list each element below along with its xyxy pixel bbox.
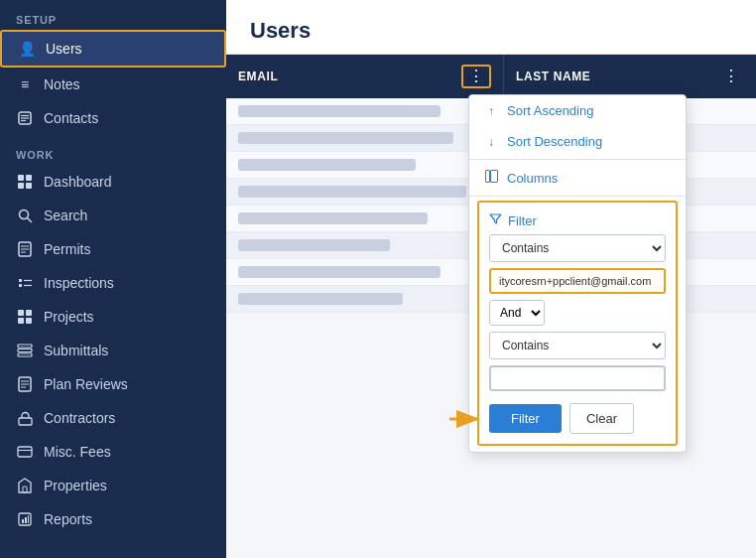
sidebar-item-submittals[interactable]: Submittals bbox=[0, 334, 226, 367]
svg-rect-21 bbox=[26, 318, 32, 324]
filter-label: Filter bbox=[508, 213, 537, 228]
email-cell bbox=[226, 206, 504, 231]
users-table-area: EMAIL ⋮ LAST NAME ⋮ bbox=[226, 55, 756, 558]
email-column-menu-button[interactable]: ⋮ bbox=[461, 65, 491, 88]
contractors-icon bbox=[16, 409, 34, 427]
table-header: EMAIL ⋮ LAST NAME ⋮ bbox=[226, 55, 756, 98]
email-column-header: EMAIL ⋮ bbox=[226, 55, 504, 98]
sidebar-item-contractors[interactable]: Contractors bbox=[0, 401, 226, 435]
contacts-icon bbox=[16, 109, 34, 127]
columns-label: Columns bbox=[507, 171, 558, 186]
svg-rect-19 bbox=[26, 310, 32, 316]
sidebar-label-contacts: Contacts bbox=[44, 110, 98, 126]
email-cell bbox=[226, 152, 504, 178]
sidebar-label-contractors: Contractors bbox=[44, 410, 115, 426]
sidebar-item-users[interactable]: 👤 Users bbox=[0, 30, 226, 68]
sidebar: SETUP 👤 Users ≡ Notes Contacts WORK Dash… bbox=[0, 0, 226, 558]
sort-desc-label: Sort Descending bbox=[507, 134, 602, 149]
filter-action-buttons: Filter Clear bbox=[489, 403, 666, 434]
filter-icon bbox=[489, 212, 502, 228]
sidebar-item-misc-fees[interactable]: Misc. Fees bbox=[0, 435, 226, 469]
inspections-icon bbox=[16, 274, 34, 292]
svg-rect-4 bbox=[18, 175, 24, 181]
svg-rect-14 bbox=[19, 279, 22, 282]
sidebar-label-properties: Properties bbox=[44, 478, 107, 493]
permits-icon bbox=[16, 240, 34, 258]
lastname-column-header: LAST NAME ⋮ bbox=[504, 55, 756, 98]
column-dropdown-menu: ↑ Sort Ascending ↓ Sort Descending Colum… bbox=[468, 94, 687, 453]
search-icon bbox=[16, 207, 34, 224]
sort-descending-item[interactable]: ↓ Sort Descending bbox=[469, 126, 686, 157]
sort-ascending-item[interactable]: ↑ Sort Ascending bbox=[469, 95, 686, 126]
sidebar-label-reports: Reports bbox=[44, 511, 92, 527]
svg-rect-7 bbox=[26, 183, 32, 189]
sidebar-item-permits[interactable]: Permits bbox=[0, 232, 226, 266]
svg-rect-18 bbox=[18, 310, 24, 316]
filter-section: Filter Contains And Contains bbox=[477, 201, 678, 446]
email-cell bbox=[226, 286, 504, 312]
dropdown-divider bbox=[469, 159, 686, 160]
sidebar-item-reports[interactable]: Reports bbox=[0, 502, 226, 536]
dashboard-icon bbox=[16, 173, 34, 191]
projects-icon bbox=[16, 308, 34, 326]
columns-icon bbox=[483, 170, 499, 186]
sidebar-label-projects: Projects bbox=[44, 309, 94, 325]
sidebar-item-plan-reviews[interactable]: Plan Reviews bbox=[0, 367, 226, 401]
sidebar-label-inspections: Inspections bbox=[44, 275, 114, 291]
sidebar-label-notes: Notes bbox=[44, 76, 80, 92]
page-title: Users bbox=[250, 18, 732, 44]
main-content: Users EMAIL ⋮ LAST NAME ⋮ bbox=[226, 0, 756, 558]
svg-line-9 bbox=[27, 217, 31, 221]
plan-reviews-icon bbox=[16, 375, 34, 393]
sidebar-label-plan-reviews: Plan Reviews bbox=[44, 376, 128, 392]
misc-fees-icon bbox=[16, 443, 34, 461]
svg-rect-23 bbox=[18, 349, 32, 352]
clear-button[interactable]: Clear bbox=[569, 403, 634, 434]
svg-rect-34 bbox=[485, 171, 489, 183]
email-cell bbox=[226, 259, 504, 285]
svg-rect-22 bbox=[18, 345, 32, 348]
sidebar-item-contacts[interactable]: Contacts bbox=[0, 101, 226, 135]
lastname-column-menu-button[interactable]: ⋮ bbox=[718, 67, 744, 86]
notes-icon: ≡ bbox=[16, 75, 34, 93]
sidebar-item-notes[interactable]: ≡ Notes bbox=[0, 68, 226, 101]
filter-contains-select-1[interactable]: Contains bbox=[489, 234, 666, 262]
sidebar-label-misc-fees: Misc. Fees bbox=[44, 444, 111, 460]
lastname-col-label: LAST NAME bbox=[516, 70, 590, 83]
filter-contains-select-2[interactable]: Contains bbox=[489, 332, 666, 359]
sidebar-label-permits: Permits bbox=[44, 241, 90, 257]
svg-rect-20 bbox=[18, 318, 24, 324]
sidebar-label-submittals: Submittals bbox=[44, 343, 108, 358]
svg-rect-30 bbox=[18, 447, 32, 457]
filter-second-input[interactable] bbox=[489, 365, 666, 391]
properties-icon bbox=[16, 477, 34, 494]
user-icon: 👤 bbox=[18, 40, 36, 58]
submittals-icon bbox=[16, 342, 34, 359]
filter-button[interactable]: Filter bbox=[489, 404, 562, 433]
email-cell bbox=[226, 125, 504, 151]
svg-rect-6 bbox=[18, 183, 24, 189]
sidebar-item-inspections[interactable]: Inspections bbox=[0, 266, 226, 300]
reports-icon bbox=[16, 510, 34, 528]
svg-rect-35 bbox=[490, 171, 497, 183]
email-cell bbox=[226, 179, 504, 205]
sidebar-item-dashboard[interactable]: Dashboard bbox=[0, 165, 226, 199]
svg-rect-5 bbox=[26, 175, 32, 181]
svg-rect-15 bbox=[19, 284, 22, 287]
svg-rect-29 bbox=[19, 418, 32, 425]
filter-email-input[interactable] bbox=[489, 268, 666, 294]
columns-item[interactable]: Columns bbox=[469, 162, 686, 194]
filter-and-select[interactable]: And bbox=[489, 300, 545, 326]
sidebar-label-users: Users bbox=[46, 41, 82, 57]
sidebar-item-properties[interactable]: Properties bbox=[0, 469, 226, 502]
sidebar-item-projects[interactable]: Projects bbox=[0, 300, 226, 334]
sort-desc-icon: ↓ bbox=[483, 135, 499, 149]
setup-section-label: SETUP bbox=[0, 0, 226, 30]
page-header: Users bbox=[226, 0, 756, 55]
svg-rect-32 bbox=[23, 487, 27, 492]
sidebar-item-search[interactable]: Search bbox=[0, 199, 226, 232]
sort-asc-icon: ↑ bbox=[483, 104, 499, 118]
sort-asc-label: Sort Ascending bbox=[507, 103, 593, 118]
sidebar-label-search: Search bbox=[44, 208, 87, 223]
email-cell bbox=[226, 232, 504, 258]
